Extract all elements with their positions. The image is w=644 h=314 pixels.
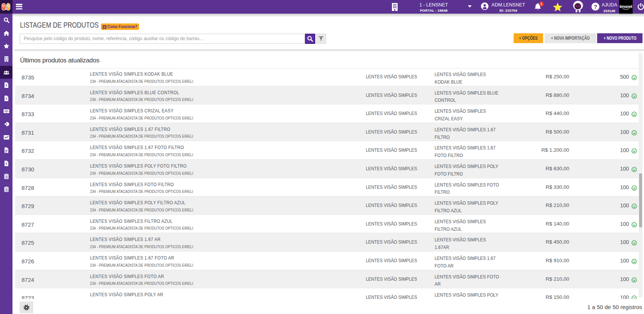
svg-text:$: $ — [6, 97, 7, 100]
svg-text:$: $ — [6, 162, 7, 165]
svg-text:$: $ — [6, 84, 7, 87]
